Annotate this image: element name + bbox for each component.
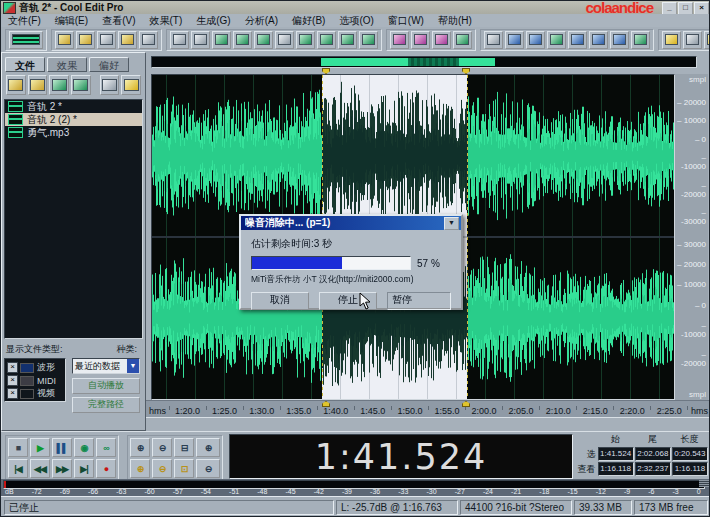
file-type-row[interactable]: × 波形 [7, 361, 65, 374]
loop-button[interactable]: ∞ [96, 438, 116, 457]
meter-grip-icon[interactable] [699, 480, 709, 487]
list-item[interactable]: 勇气.mp3 [5, 126, 142, 139]
pause-button[interactable]: 暂停 [387, 292, 451, 310]
open-file-button[interactable] [6, 75, 26, 95]
effect-flag-icon[interactable] [411, 31, 430, 49]
save-file-icon[interactable] [97, 31, 116, 49]
session-overview-bar[interactable] [151, 56, 697, 68]
level-meter[interactable]: dB-72-69-66-63-60-57-54-51-48-45-42-39-3… [1, 479, 710, 496]
spectrum-window-icon[interactable] [526, 31, 545, 49]
list-item-selected[interactable]: 音轨 2 (2) * [5, 113, 142, 126]
menu-item[interactable]: 偏好(B) [285, 14, 332, 28]
zoom-to-selection-button[interactable]: ⊕ [130, 459, 150, 478]
fast-forward-button[interactable]: ▶▶ [52, 459, 72, 478]
play-button[interactable]: ▶ [30, 438, 50, 457]
checkbox[interactable]: × [7, 388, 18, 399]
horizontal-scroll-strip[interactable] [146, 417, 710, 432]
counter-window-icon[interactable] [610, 31, 629, 49]
new-file-icon[interactable] [55, 31, 74, 49]
tools-icon[interactable] [359, 31, 378, 49]
mix-paste-icon[interactable] [317, 31, 336, 49]
collapse-arrow-button[interactable]: ▼ [444, 217, 459, 230]
time-display[interactable]: 1:41.524 [229, 434, 573, 479]
menu-item[interactable]: 选项(O) [332, 14, 380, 28]
menu-item[interactable]: 效果(T) [142, 14, 189, 28]
dialog-title-bar[interactable]: 噪音消除中... (p=1) ▼ [241, 216, 461, 230]
menu-item[interactable]: 生成(G) [189, 14, 237, 28]
menu-item[interactable]: 分析(A) [238, 14, 285, 28]
save-as-icon[interactable] [118, 31, 137, 49]
record-button[interactable]: ● [96, 459, 116, 478]
effect-mixer-icon[interactable] [453, 31, 472, 49]
shortcuts-icon[interactable] [683, 31, 702, 49]
zoom-full-button[interactable]: ⊟ [174, 438, 194, 457]
time-ruler[interactable]: hms 1:20.01:25.01:30.01:35.01:40.01:45.0… [146, 400, 710, 417]
cancel-button[interactable]: 取消 [251, 292, 309, 310]
list-item[interactable]: 音轨 2 * [5, 100, 142, 113]
title-bar[interactable]: 音轨 2* - Cool Edit Pro colaandice _ □ × [1, 1, 710, 14]
file-type-row[interactable]: × MIDI [7, 374, 65, 387]
redo-icon[interactable] [191, 31, 210, 49]
monitor-window-icon[interactable] [484, 31, 503, 49]
zoom-in-button[interactable]: ⊕ [130, 438, 150, 457]
mixer-window-icon[interactable] [631, 31, 650, 49]
waveform-window-icon[interactable] [505, 31, 524, 49]
time-window-icon[interactable] [589, 31, 608, 49]
spectral-view-icon[interactable] [233, 31, 252, 49]
paste-icon[interactable] [296, 31, 315, 49]
file-type-row[interactable]: × 视频 [7, 387, 65, 400]
effect-blocks-icon[interactable] [432, 31, 451, 49]
close-file-button[interactable] [28, 75, 48, 95]
convert-sample-icon[interactable] [338, 31, 357, 49]
sort-dropdown[interactable]: 最近的数据 ▼ [72, 358, 140, 374]
trim-icon[interactable] [275, 31, 294, 49]
insert-multitrack-button[interactable] [49, 75, 69, 95]
go-to-end-button[interactable]: ▶| [74, 459, 94, 478]
tab-files[interactable]: 文件 [5, 57, 45, 72]
menu-item[interactable]: 编辑(E) [48, 14, 95, 28]
save-all-icon[interactable] [139, 31, 158, 49]
zoom-vertical-out-button[interactable]: ⊖ [196, 459, 220, 478]
zoom-out-button[interactable]: ⊖ [152, 438, 172, 457]
rewind-button[interactable]: ◀◀ [30, 459, 50, 478]
zoom-vertical-in-button[interactable]: ⊕ [196, 438, 220, 457]
file-type-icon [20, 363, 34, 373]
play-window-icon[interactable] [547, 31, 566, 49]
settings-icon[interactable] [662, 31, 681, 49]
zoom-sel-right-button[interactable]: ⊡ [174, 459, 194, 478]
copy-icon[interactable] [254, 31, 273, 49]
checkbox[interactable]: × [7, 375, 18, 386]
stop-button[interactable]: ■ [8, 438, 28, 457]
full-paths-button[interactable]: 完整路径 [72, 397, 140, 413]
tab-favorites[interactable]: 偏好 [89, 57, 129, 72]
menu-bar: 文件(F)编辑(E)查看(V)效果(T)生成(G)分析(A)偏好(B)选项(O)… [1, 14, 710, 28]
view-begin[interactable]: 1:16.118 [598, 462, 634, 476]
cut-icon[interactable] [212, 31, 231, 49]
menu-item[interactable]: 窗口(W) [381, 14, 431, 28]
menu-item[interactable]: 查看(V) [95, 14, 142, 28]
undo-icon[interactable] [170, 31, 189, 49]
options-button[interactable] [100, 75, 120, 95]
view-length[interactable]: 1:16.118 [672, 462, 708, 476]
tab-effects[interactable]: 效果 [47, 57, 87, 72]
go-to-start-button[interactable]: |◀ [8, 459, 28, 478]
multitrack-view-icon[interactable] [9, 31, 43, 49]
selection-length[interactable]: 0:20.543 [672, 447, 708, 461]
chevron-down-icon[interactable]: ▼ [127, 359, 139, 373]
auto-play-button[interactable]: 自动播放 [72, 378, 140, 394]
open-file-icon[interactable] [76, 31, 95, 49]
view-end[interactable]: 2:32.237 [635, 462, 671, 476]
help-button[interactable] [121, 75, 141, 95]
zoom-sel-left-button[interactable]: ⊖ [152, 459, 172, 478]
checkbox[interactable]: × [7, 362, 18, 373]
menu-item[interactable]: 帮助(H) [431, 14, 479, 28]
effect-zigzag-icon[interactable] [390, 31, 409, 49]
pause-button[interactable]: ▌▌ [52, 438, 72, 457]
insert-wave-button[interactable] [71, 75, 91, 95]
play-looped-button[interactable]: ◉ [74, 438, 94, 457]
zoom-window-icon[interactable] [568, 31, 587, 49]
selection-end[interactable]: 2:02.068 [635, 447, 671, 461]
menu-item[interactable]: 文件(F) [1, 14, 48, 28]
selection-begin[interactable]: 1:41.524 [598, 447, 634, 461]
help-icon[interactable] [704, 31, 710, 49]
